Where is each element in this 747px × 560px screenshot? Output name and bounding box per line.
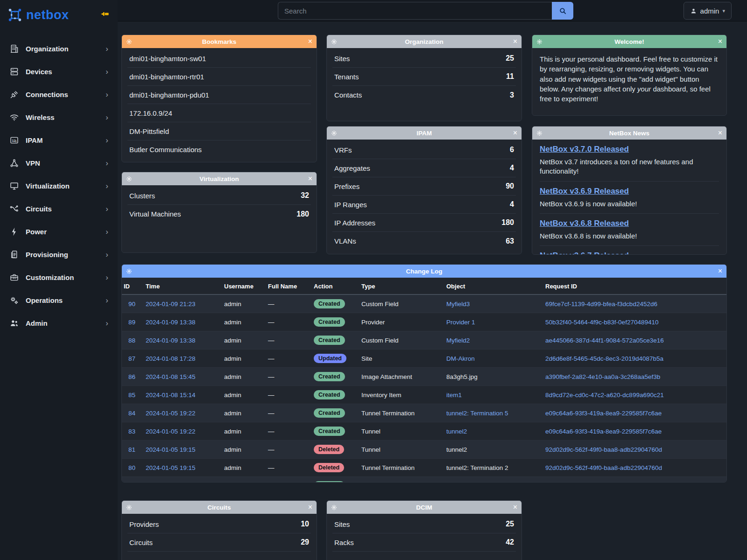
widget-config-gear-icon[interactable] [331, 130, 338, 136]
stat-row[interactable]: Sites25 [332, 49, 516, 68]
search-button[interactable] [552, 2, 573, 20]
search-input[interactable] [278, 2, 552, 20]
changelog-id-link[interactable]: 88 [128, 337, 135, 344]
changelog-object[interactable]: tunnel2 [446, 446, 467, 453]
sidebar-item-devices[interactable]: Devices › [0, 60, 118, 83]
changelog-request-id-link[interactable]: ae445066-387d-44f1-9084-572a05ce3e16 [545, 337, 664, 344]
changelog-object[interactable]: tunnel2: Termination 2 [446, 464, 508, 471]
news-headline-link[interactable]: NetBox v3.6.9 Released [540, 187, 629, 196]
brand-name[interactable]: netbox [26, 8, 69, 22]
widget-config-gear-icon[interactable] [126, 39, 134, 45]
changelog-object[interactable]: tunnel1: Termination 3 [446, 483, 508, 483]
changelog-id-link[interactable]: 89 [128, 319, 135, 326]
changelog-time-link[interactable]: 2024-01-09 21:23 [146, 301, 196, 308]
bookmark-item[interactable]: Butler Communications [127, 140, 311, 159]
changelog-request-id-link[interactable]: 2d6d6e8f-5465-45dc-8ec3-2019d4087b5a [545, 355, 663, 362]
changelog-time-link[interactable]: 2024-01-05 19:15 [146, 446, 196, 453]
sidebar-item-customization[interactable]: Customization › [0, 266, 118, 289]
stat-row[interactable]: Prefixes90 [332, 177, 516, 196]
bookmark-item[interactable]: 172.16.0.9/24 [127, 104, 311, 122]
changelog-request-id-link[interactable]: 50b32f40-5464-4f9c-b83f-0ef270489410 [545, 319, 658, 326]
changelog-request-id-link[interactable]: a390fbef-2a82-4e10-aa0a-3c268aa5ef3b [545, 373, 660, 380]
stat-row[interactable]: Circuits29 [127, 533, 311, 552]
changelog-id-link[interactable]: 86 [128, 373, 135, 380]
close-icon[interactable]: × [305, 175, 312, 182]
stat-row[interactable]: IP Ranges4 [332, 196, 516, 214]
changelog-id-link[interactable]: 85 [128, 392, 135, 399]
changelog-object[interactable]: DM-Akron [446, 355, 475, 362]
stat-row[interactable]: VRFs6 [332, 141, 516, 159]
changelog-object[interactable]: tunnel2: Termination 5 [446, 410, 508, 417]
stat-row[interactable]: Clusters32 [127, 187, 311, 205]
news-headline-link[interactable]: NetBox v3.7.0 Released [540, 145, 629, 154]
close-icon[interactable]: × [510, 38, 517, 45]
news-headline-link[interactable]: NetBox v3.6.7 Released [540, 251, 629, 255]
changelog-id-link[interactable]: 83 [128, 428, 135, 435]
stat-row[interactable]: Sites25 [332, 515, 516, 533]
stat-row[interactable]: VLANs63 [332, 232, 516, 250]
sidebar-item-vpn[interactable]: VPN › [0, 152, 118, 175]
changelog-object[interactable]: Myfield2 [446, 337, 470, 344]
sidebar-item-provisioning[interactable]: Provisioning › [0, 243, 118, 266]
changelog-id-link[interactable]: 81 [128, 446, 135, 453]
stat-row[interactable]: Contacts3 [332, 86, 516, 104]
sidebar-item-circuits[interactable]: Circuits › [0, 197, 118, 220]
changelog-id-link[interactable]: 87 [128, 355, 135, 362]
bookmark-item[interactable]: dmi01-binghamton-pdu01 [127, 86, 311, 104]
changelog-time-link[interactable]: 2024-01-08 15:45 [146, 373, 196, 380]
widget-config-gear-icon[interactable] [331, 39, 338, 45]
sidebar-item-connections[interactable]: Connections › [0, 83, 118, 106]
changelog-object[interactable]: 8a3gh5.jpg [446, 373, 478, 380]
sidebar-item-operations[interactable]: Operations › [0, 289, 118, 312]
stat-row[interactable]: Providers10 [127, 515, 311, 533]
changelog-id-link[interactable]: 90 [128, 301, 135, 308]
account-menu-button[interactable]: admin ▾ [684, 2, 732, 20]
stat-row[interactable]: IP Addresses180 [332, 214, 516, 232]
changelog-time-link[interactable]: 2024-01-05 19:15 [146, 464, 196, 471]
changelog-request-id-link[interactable]: f038e755-705e-47f3-9433-5392b9e6b9e5 [545, 483, 662, 483]
close-icon[interactable]: × [305, 504, 312, 511]
changelog-object[interactable]: item1 [446, 392, 462, 399]
sidebar-item-organization[interactable]: Organization › [0, 37, 118, 60]
sidebar-item-power[interactable]: Power › [0, 220, 118, 243]
widget-config-gear-icon[interactable] [536, 39, 544, 45]
widget-config-gear-icon[interactable] [126, 268, 134, 274]
widget-config-gear-icon[interactable] [126, 504, 134, 511]
stat-row[interactable]: Aggregates4 [332, 159, 516, 177]
changelog-object[interactable]: tunnel2 [446, 428, 467, 435]
changelog-request-id-link[interactable]: 69fce7cf-1139-4d99-bfea-f3dcbd2452d6 [545, 301, 657, 308]
close-icon[interactable]: × [715, 38, 722, 45]
pin-sidebar-icon[interactable] [101, 11, 109, 19]
changelog-request-id-link[interactable]: e09c64a6-93f3-419a-8ea9-229585f7c6ae [545, 428, 662, 435]
changelog-request-id-link[interactable]: 92d02d9c-562f-49f0-baa8-adb22904760d [545, 464, 662, 471]
close-icon[interactable]: × [510, 129, 517, 137]
changelog-id-link[interactable]: 80 [128, 464, 135, 471]
stat-row[interactable]: Virtual Machines180 [127, 205, 311, 223]
changelog-time-link[interactable]: 2024-01-05 19:14 [146, 483, 196, 483]
bookmark-item[interactable]: DM-Pittsfield [127, 122, 311, 140]
close-icon[interactable]: × [305, 38, 312, 45]
widget-config-gear-icon[interactable] [536, 130, 544, 136]
changelog-time-link[interactable]: 2024-01-05 19:22 [146, 428, 196, 435]
changelog-request-id-link[interactable]: 92d02d9c-562f-49f0-baa8-adb22904760d [545, 446, 662, 453]
sidebar-item-admin[interactable]: Admin › [0, 312, 118, 335]
stat-row[interactable]: Racks42 [332, 533, 516, 552]
changelog-time-link[interactable]: 2024-01-08 17:28 [146, 355, 196, 362]
sidebar-item-ipam[interactable]: 128 IPAM › [0, 129, 118, 152]
changelog-object[interactable]: Myfield3 [446, 301, 470, 308]
changelog-request-id-link[interactable]: e09c64a6-93f3-419a-8ea9-229585f7c6ae [545, 410, 662, 417]
widget-config-gear-icon[interactable] [126, 176, 134, 182]
changelog-id-link[interactable]: 84 [128, 410, 135, 417]
changelog-time-link[interactable]: 2024-01-05 19:22 [146, 410, 196, 417]
changelog-time-link[interactable]: 2024-01-09 13:38 [146, 319, 196, 326]
widget-config-gear-icon[interactable] [331, 504, 338, 511]
close-icon[interactable]: × [715, 129, 722, 137]
bookmark-item[interactable]: dmi01-binghamton-rtr01 [127, 68, 311, 86]
stat-row[interactable]: Tenants11 [332, 68, 516, 86]
changelog-object[interactable]: Provider 1 [446, 319, 475, 326]
changelog-time-link[interactable]: 2024-01-09 13:38 [146, 337, 196, 344]
close-icon[interactable]: × [510, 504, 517, 511]
news-headline-link[interactable]: NetBox v3.6.8 Released [540, 219, 629, 228]
bookmark-item[interactable]: dmi01-binghamton-sw01 [127, 49, 311, 68]
netbox-logo-icon[interactable] [7, 7, 22, 22]
